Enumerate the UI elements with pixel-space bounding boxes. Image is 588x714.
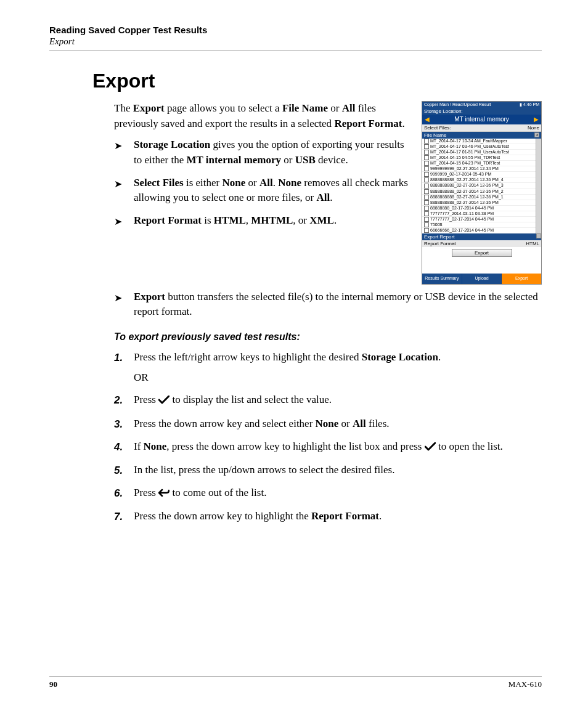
file-name: MT_2014-04-15 04-23 PM_TDRTest (430, 161, 500, 166)
file-item[interactable]: 8888888888_02-27-2014 12-36 PM_3 (422, 183, 536, 189)
tab-results-summary[interactable]: Results Summary (422, 274, 462, 283)
report-format-label: Report Format (424, 241, 456, 246)
step-5: In the list, press the up/down arrows to… (114, 463, 542, 478)
select-files-label: Select Files: (424, 125, 451, 131)
clock: 4:46 PM (520, 102, 539, 107)
device-screenshot: Copper Main \ Read/Upload Result 4:46 PM… (422, 101, 542, 285)
checkbox-icon[interactable] (424, 172, 429, 177)
tab-export[interactable]: Export (502, 274, 541, 283)
file-name: 9999999999_02-27-2014 12-34 PM (430, 166, 499, 171)
file-item[interactable]: 7500ft (422, 222, 536, 228)
file-name: MT_2014-04-17 10-34 AM_FaultMapper (430, 139, 507, 144)
file-name: 77777777_02-17-2014 04-45 PM (430, 217, 494, 222)
device-tabs: Results Summary Upload Export (422, 274, 541, 283)
checkbox-icon[interactable] (424, 189, 429, 194)
bullet-report-format: Report Format is HTML, MHTML, or XML. (114, 213, 413, 229)
step-1-or: OR (134, 370, 542, 386)
file-name: 8888888888_02-27-2014 12-36 PM_2 (430, 189, 504, 194)
step-4: If None, press the down arrow key to hig… (114, 439, 542, 456)
file-item[interactable]: 8888888888_02-27-2014 12-36 PM_2 (422, 189, 536, 195)
file-name: 8888888888_02-27-2014 12-36 PM_3 (430, 183, 504, 188)
file-item[interactable]: MT_2014-04-15 04-23 PM_TDRTest (422, 161, 536, 166)
step-3: Press the down arrow key and select eith… (114, 416, 542, 432)
checkbox-icon[interactable] (424, 228, 429, 233)
file-item[interactable]: 8888888888_02-27-2014 12-36 PM (422, 200, 536, 206)
file-name: 9999999_02-17-2014 05-43 PM (430, 172, 491, 177)
checkbox-icon[interactable] (424, 139, 429, 144)
bullet-storage-location: Storage Location gives you the option of… (114, 137, 413, 168)
intro-paragraph: The Export page allows you to select a F… (114, 101, 413, 131)
left-arrow-icon[interactable]: ◀ (425, 116, 430, 123)
scrollbar[interactable] (536, 139, 541, 233)
checkbox-icon[interactable] (424, 161, 429, 166)
scroll-down-icon[interactable] (536, 233, 541, 238)
file-name: 8888888888_02-27-2014 12-36 PM (430, 200, 499, 205)
procedure-steps: Press the left/right arrow keys to highl… (114, 350, 542, 524)
file-item[interactable]: 9999999_02-17-2014 05-43 PM (422, 172, 536, 177)
page-footer: 90 MAX-610 (49, 676, 542, 689)
select-files-value: None (528, 125, 539, 131)
scroll-up-icon[interactable]: ▴ (534, 132, 539, 137)
feature-bullets-2: Export button transfers the selected fil… (114, 290, 542, 320)
storage-location-selector[interactable]: ◀ MT internal memory ▶ (422, 115, 541, 124)
select-files-row[interactable]: Select Files: None (422, 124, 541, 132)
file-name: 8888888888_02-27-2014 12-36 PM_1 (430, 195, 504, 200)
file-name: 7500ft (430, 222, 442, 227)
running-head: Reading Saved Copper Test Results (49, 25, 542, 35)
checkbox-icon[interactable] (424, 195, 429, 200)
file-item[interactable]: 8888888888_02-27-2014 12-36 PM_4 (422, 177, 536, 183)
file-item[interactable]: 9999999999_02-27-2014 12-34 PM (422, 166, 536, 172)
step-6: Press to come out of the list. (114, 485, 542, 502)
report-format-value: HTML (526, 241, 539, 246)
export-button[interactable]: Export (452, 249, 512, 257)
checkbox-icon[interactable] (424, 177, 429, 182)
report-format-row[interactable]: Report Format HTML (422, 240, 541, 247)
step-1: Press the left/right arrow keys to highl… (114, 350, 542, 385)
model-name: MAX-610 (508, 680, 542, 689)
file-item[interactable]: MT_2014-04-17 01-51 PM_UserAutoTest (422, 150, 536, 155)
running-sub: Export (49, 36, 542, 47)
file-item[interactable]: 88888888_02-17-2014 04-45 PM (422, 206, 536, 211)
file-list[interactable]: MT_2014-04-17 10-34 AM_FaultMapperMT_201… (422, 139, 536, 233)
checkbox-icon[interactable] (424, 200, 429, 205)
device-titlebar: Copper Main \ Read/Upload Result 4:46 PM (422, 102, 541, 108)
checkbox-icon[interactable] (424, 184, 429, 189)
file-name: MT_2014-04-17 03-46 PM_UserAutoTest (430, 144, 509, 149)
file-item[interactable]: MT_2014-04-17 10-34 AM_FaultMapper (422, 139, 536, 144)
feature-bullets: Storage Location gives you the option of… (114, 137, 413, 228)
checkbox-icon[interactable] (424, 217, 429, 222)
file-name: MT_2014-04-15 04-55 PM_TDRTest (430, 155, 500, 160)
file-item[interactable]: MT_2014-04-15 04-55 PM_TDRTest (422, 155, 536, 161)
file-list-header: File Name ▴ (422, 132, 541, 139)
checkbox-icon[interactable] (424, 144, 429, 149)
file-name: 66666666_02-17-2014 04-45 PM (430, 228, 494, 233)
back-arrow-icon (158, 487, 169, 502)
page-number: 90 (49, 680, 57, 689)
file-item[interactable]: 66666666_02-17-2014 04-45 PM (422, 228, 536, 233)
checkbox-icon[interactable] (424, 222, 429, 227)
file-name: 77777777_2014-03-11 03-38 PM (430, 211, 494, 216)
checkbox-icon[interactable] (424, 166, 429, 171)
check-icon (158, 394, 169, 409)
procedure-subhead: To export previously saved test results: (114, 330, 542, 344)
file-name: 88888888_02-17-2014 04-45 PM (430, 206, 494, 211)
right-arrow-icon[interactable]: ▶ (534, 116, 539, 123)
file-name: MT_2014-04-17 01-51 PM_UserAutoTest (430, 150, 509, 155)
file-item[interactable]: 8888888888_02-27-2014 12-36 PM_1 (422, 195, 536, 200)
checkbox-icon[interactable] (424, 150, 429, 155)
checkbox-icon[interactable] (424, 155, 429, 160)
checkbox-icon[interactable] (424, 206, 429, 211)
bullet-select-files: Select Files is either None or All. None… (114, 176, 413, 206)
export-report-header: Export Report (422, 233, 541, 240)
file-item[interactable]: 77777777_2014-03-11 03-38 PM (422, 211, 536, 217)
storage-location-value: MT internal memory (454, 116, 509, 123)
tab-upload[interactable]: Upload (462, 274, 502, 283)
file-item[interactable]: 77777777_02-17-2014 04-45 PM (422, 217, 536, 222)
step-7: Press the down arrow key to highlight th… (114, 509, 542, 524)
file-name: 8888888888_02-27-2014 12-36 PM_4 (430, 177, 504, 182)
checkbox-icon[interactable] (424, 211, 429, 216)
breadcrumb: Copper Main \ Read/Upload Result (424, 102, 491, 107)
bullet-export-button: Export button transfers the selected fil… (114, 290, 542, 320)
file-item[interactable]: MT_2014-04-17 03-46 PM_UserAutoTest (422, 144, 536, 150)
storage-location-label: Storage Location: (422, 108, 541, 115)
